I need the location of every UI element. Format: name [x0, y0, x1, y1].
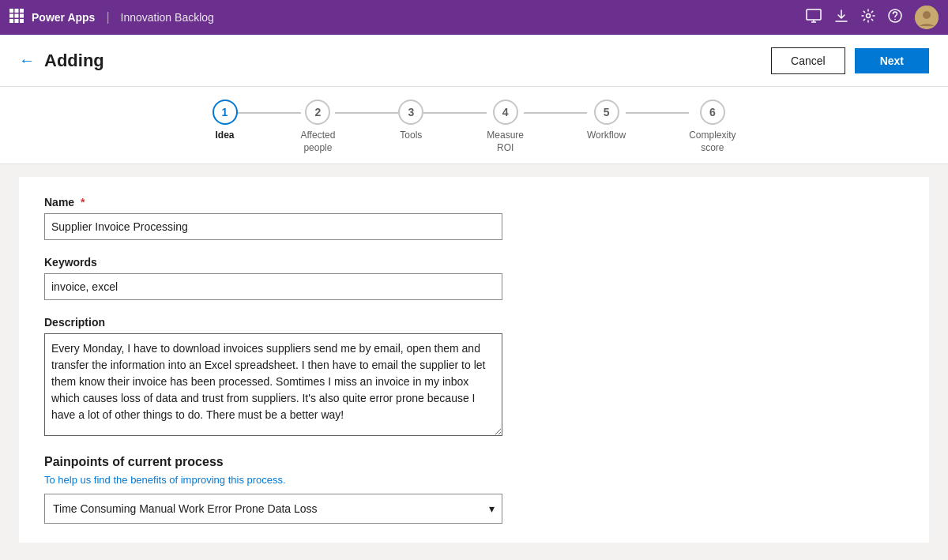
gear-icon[interactable] — [861, 9, 875, 26]
topbar-section-name: Innovation Backlog — [121, 11, 214, 24]
step-2-affected: 2 Affectedpeople — [301, 100, 336, 154]
step-4-circle: 4 — [493, 100, 518, 125]
help-icon[interactable] — [888, 9, 902, 26]
step-5-label: Workflow — [587, 130, 626, 142]
keywords-label: Keywords — [44, 256, 904, 269]
svg-rect-8 — [20, 19, 24, 23]
step-2-circle: 2 — [305, 100, 330, 125]
step-4-roi: 4 MeasureROI — [487, 100, 524, 154]
monitor-icon[interactable] — [806, 8, 822, 27]
header-actions: Cancel Next — [771, 47, 929, 74]
description-field-group: Description — [44, 316, 904, 439]
step-6-circle: 6 — [700, 100, 725, 125]
keywords-input[interactable] — [44, 273, 502, 300]
topbar: Power Apps | Innovation Backlog — [0, 0, 948, 35]
svg-rect-6 — [9, 19, 13, 23]
keywords-field-group: Keywords — [44, 256, 904, 300]
svg-rect-3 — [9, 13, 13, 17]
step-connector-1-2 — [238, 112, 301, 114]
step-3-circle: 3 — [398, 100, 423, 125]
step-3-label: Tools — [400, 130, 422, 142]
painpoints-title: Painpoints of current process — [44, 455, 904, 469]
step-connector-2-3 — [335, 112, 398, 114]
svg-rect-0 — [9, 9, 13, 13]
svg-point-13 — [867, 14, 871, 18]
avatar[interactable] — [915, 6, 939, 29]
header-row: ← Adding Cancel Next — [0, 35, 948, 87]
waffle-icon[interactable] — [9, 9, 24, 27]
topbar-left: Power Apps | Innovation Backlog — [9, 9, 214, 27]
topbar-right — [806, 6, 939, 29]
painpoints-section: Painpoints of current process To help us… — [44, 455, 904, 524]
svg-rect-5 — [20, 13, 24, 17]
step-6-complexity: 6 Complexityscore — [689, 100, 735, 154]
header-left: ← Adding — [19, 51, 104, 71]
step-1-label: Idea — [215, 130, 234, 142]
page-title: Adding — [44, 51, 104, 71]
step-4-label: MeasureROI — [487, 130, 524, 154]
painpoints-dropdown[interactable]: Time Consuming Manual Work Error Prone D… — [44, 494, 502, 524]
svg-rect-9 — [807, 9, 821, 20]
description-label: Description — [44, 316, 904, 329]
svg-point-15 — [894, 19, 896, 21]
download-icon[interactable] — [834, 9, 848, 26]
step-connector-4-5 — [524, 112, 587, 114]
required-star: * — [77, 196, 85, 209]
step-1-idea: 1 Idea — [213, 100, 238, 142]
painpoints-hint: To help us find the benefits of improvin… — [44, 474, 904, 486]
back-arrow-icon[interactable]: ← — [19, 51, 35, 70]
stepper-container: 1 Idea 2 Affectedpeople 3 Tools 4 Measur… — [0, 87, 948, 164]
svg-rect-4 — [15, 13, 19, 17]
name-field-group: Name * — [44, 196, 904, 240]
step-3-tools: 3 Tools — [398, 100, 423, 142]
step-2-label: Affectedpeople — [301, 130, 336, 154]
step-6-label: Complexityscore — [689, 130, 735, 154]
step-connector-3-4 — [423, 112, 487, 114]
topbar-app-name: Power Apps — [32, 11, 95, 24]
cancel-button[interactable]: Cancel — [771, 47, 845, 74]
painpoints-dropdown-wrapper: Time Consuming Manual Work Error Prone D… — [44, 494, 502, 524]
next-button[interactable]: Next — [855, 48, 929, 73]
stepper: 1 Idea 2 Affectedpeople 3 Tools 4 Measur… — [213, 100, 736, 154]
step-5-circle: 5 — [594, 100, 619, 125]
svg-rect-1 — [15, 9, 19, 13]
main-content: Name * Keywords Description Painpoints o… — [19, 177, 929, 543]
svg-point-17 — [923, 11, 931, 19]
step-5-workflow: 5 Workflow — [587, 100, 626, 142]
step-1-circle: 1 — [213, 100, 238, 125]
svg-rect-7 — [15, 19, 19, 23]
name-label: Name * — [44, 196, 904, 209]
step-connector-5-6 — [626, 112, 689, 114]
description-textarea[interactable] — [44, 333, 502, 436]
svg-rect-2 — [20, 9, 24, 13]
topbar-separator: | — [106, 10, 109, 24]
name-input[interactable] — [44, 213, 502, 240]
